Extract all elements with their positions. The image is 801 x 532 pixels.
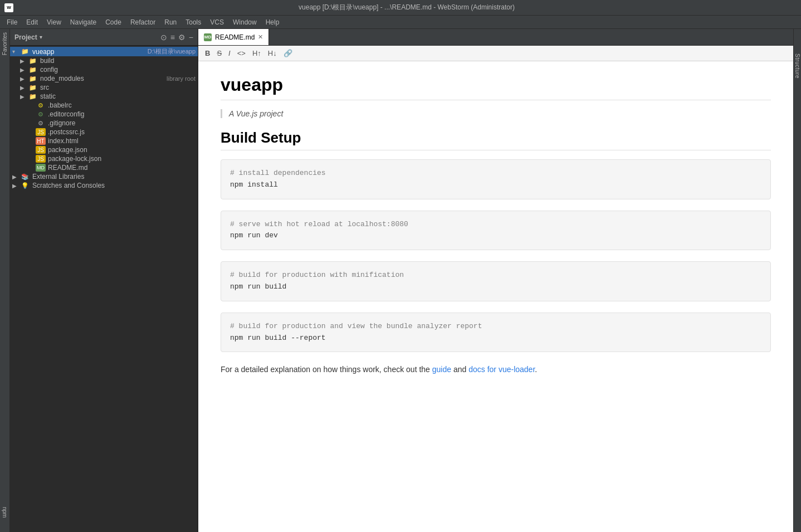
arrow-vueapp: ▾ — [12, 48, 20, 55]
arrow-node-modules: ▶ — [20, 76, 28, 82]
prose-docs-link[interactable]: docs for vue-loader — [468, 365, 535, 374]
menu-code[interactable]: Code — [101, 17, 126, 27]
toolbar-bold[interactable]: B — [203, 48, 212, 58]
collapse-icon[interactable]: ≡ — [170, 33, 175, 42]
md-code-block-3: # build for production with minification… — [221, 261, 771, 301]
toolbar-h2[interactable]: H↓ — [266, 48, 279, 58]
window-title: vueapp [D:\根目录\vueapp] - ...\README.md -… — [17, 3, 797, 12]
md-toolbar: B S I <> H↑ H↓ 🔗 — [198, 46, 793, 61]
menu-refactor[interactable]: Refactor — [126, 17, 160, 27]
toolbar-link[interactable]: 🔗 — [281, 48, 295, 58]
tab-close-readme[interactable]: ✕ — [258, 33, 263, 41]
file-icon-package-json: JS — [36, 146, 46, 154]
prose-guide-link[interactable]: guide — [432, 365, 451, 374]
arrow-scratches: ▶ — [12, 183, 20, 189]
menu-edit[interactable]: Edit — [22, 17, 42, 27]
panel-dropdown-arrow[interactable]: ▾ — [40, 34, 42, 40]
tree-item-scratches[interactable]: ▶ 💡 Scratches and Consoles — [10, 181, 198, 190]
prose-end: . — [535, 365, 537, 374]
tree-item-external-libraries[interactable]: ▶ 📚 External Libraries — [10, 172, 198, 181]
arrow-external-libraries: ▶ — [12, 174, 20, 180]
tree-item-package-lock-json[interactable]: ▶ JS package-lock.json — [10, 154, 198, 163]
tab-bar: MD README.md ✕ — [198, 29, 793, 46]
md-code-block-4: # build for production and view the bund… — [221, 313, 771, 353]
editor-area: MD README.md ✕ B S I <> H↑ H↓ 🔗 vueapp A… — [198, 29, 793, 532]
tree-label-index-html: index.html — [48, 137, 196, 145]
md-content: vueapp A Vue.js project Build Setup # in… — [198, 61, 793, 532]
folder-icon-src: 📁 — [28, 84, 38, 91]
tree-label-editorconfig: .editorconfig — [48, 110, 196, 118]
tree-item-package-json[interactable]: ▶ JS package.json — [10, 145, 198, 154]
menu-view[interactable]: View — [42, 17, 66, 27]
menu-vcs[interactable]: VCS — [206, 17, 228, 27]
toolbar-strikethrough[interactable]: S — [214, 48, 224, 58]
tab-readme[interactable]: MD README.md ✕ — [198, 29, 269, 45]
tree-label-postcssrc: .postcssrc.js — [48, 128, 196, 136]
menu-navigate[interactable]: Navigate — [66, 17, 101, 27]
menu-tools[interactable]: Tools — [181, 17, 206, 27]
tree-label-gitignore: .gitignore — [48, 119, 196, 127]
tree-item-postcssrc[interactable]: ▶ JS .postcssrc.js — [10, 128, 198, 136]
tree-label-build: build — [40, 57, 196, 65]
tree-item-index-html[interactable]: ▶ HT index.html — [10, 136, 198, 145]
file-icon-package-lock-json: JS — [36, 155, 46, 163]
tree-item-editorconfig[interactable]: ▶ ⚙ .editorconfig — [10, 110, 198, 119]
tree-item-gitignore[interactable]: ▶ ⚙ .gitignore — [10, 119, 198, 128]
tab-icon-readme: MD — [204, 33, 212, 41]
md-prose: For a detailed explanation on how things… — [221, 363, 771, 375]
file-icon-postcssrc: JS — [36, 128, 46, 136]
tree-label-src: src — [40, 84, 196, 91]
tree-item-node-modules[interactable]: ▶ 📁 node_modules library root — [10, 74, 198, 83]
sidebar-item-favorites[interactable]: Favorites — [1, 29, 9, 58]
tree-path-vueapp: D:\根目录\vueapp — [148, 47, 196, 56]
tree-label-config: config — [40, 66, 196, 74]
menu-bar: File Edit View Navigate Code Refactor Ru… — [0, 16, 801, 29]
toolbar-italic[interactable]: I — [226, 48, 233, 58]
menu-run[interactable]: Run — [160, 17, 181, 27]
file-icon-readme: MD — [36, 164, 46, 172]
project-panel: Project ▾ ⊙ ≡ ⚙ − ▾ 📁 vueapp D:\根目录\vuea… — [10, 29, 198, 532]
tree-label-node-modules: node_modules — [40, 75, 164, 82]
tree-item-readme[interactable]: ▶ MD README.md — [10, 163, 198, 172]
tree-label-vueapp: vueapp — [32, 48, 145, 56]
menu-window[interactable]: Window — [228, 17, 261, 27]
tree-item-src[interactable]: ▶ 📁 src — [10, 83, 198, 92]
tree-label-babelrc: .babelrc — [48, 101, 196, 109]
tree-item-babelrc[interactable]: ▶ ⚙ .babelrc — [10, 101, 198, 110]
left-side-panel: Favorites npm — [0, 29, 10, 532]
toolbar-h1[interactable]: H↑ — [250, 48, 263, 58]
file-icon-gitignore: ⚙ — [36, 119, 46, 127]
locate-icon[interactable]: ⊙ — [160, 33, 167, 42]
menu-help[interactable]: Help — [261, 17, 284, 27]
app-icon: W — [4, 3, 13, 12]
tree-item-build[interactable]: ▶ 📁 build — [10, 56, 198, 65]
tree-label-external-libraries: External Libraries — [32, 173, 196, 180]
md-build-setup: Build Setup — [221, 129, 771, 150]
main-layout: Favorites npm Project ▾ ⊙ ≡ ⚙ − ▾ 📁 vuea… — [0, 29, 801, 532]
tab-label-readme: README.md — [215, 33, 255, 41]
toolbar-code[interactable]: <> — [235, 48, 248, 58]
md-code-block-1: # install dependencies npm install — [221, 159, 771, 199]
md-title: vueapp — [221, 75, 771, 100]
panel-icons: ⊙ ≡ ⚙ − — [160, 33, 193, 42]
file-icon-babelrc: ⚙ — [36, 101, 46, 109]
panel-title[interactable]: Project — [14, 33, 37, 41]
menu-file[interactable]: File — [2, 17, 22, 27]
md-code-block-2: # serve with hot reload at localhost:808… — [221, 211, 771, 251]
tree-label-library-root: library root — [167, 75, 196, 82]
tree-item-vueapp[interactable]: ▾ 📁 vueapp D:\根目录\vueapp — [10, 47, 198, 56]
tree-item-config[interactable]: ▶ 📁 config — [10, 65, 198, 74]
folder-icon-node-modules: 📁 — [28, 75, 38, 82]
tree-item-static[interactable]: ▶ 📁 static — [10, 92, 198, 101]
folder-icon-vueapp: 📁 — [20, 48, 30, 56]
sidebar-item-npm[interactable]: npm — [1, 504, 9, 521]
minimize-icon[interactable]: − — [189, 33, 193, 42]
tree-label-package-json: package.json — [48, 146, 196, 154]
settings-icon[interactable]: ⚙ — [178, 33, 185, 42]
sidebar-item-structure[interactable]: Structure — [794, 51, 800, 81]
prose-text: For a detailed explanation on how things… — [221, 365, 432, 374]
file-icon-editorconfig: ⚙ — [36, 110, 46, 118]
folder-icon-build: 📁 — [28, 57, 38, 65]
tree-label-readme: README.md — [48, 164, 196, 172]
file-tree: ▾ 📁 vueapp D:\根目录\vueapp ▶ 📁 build ▶ 📁 c… — [10, 46, 198, 532]
